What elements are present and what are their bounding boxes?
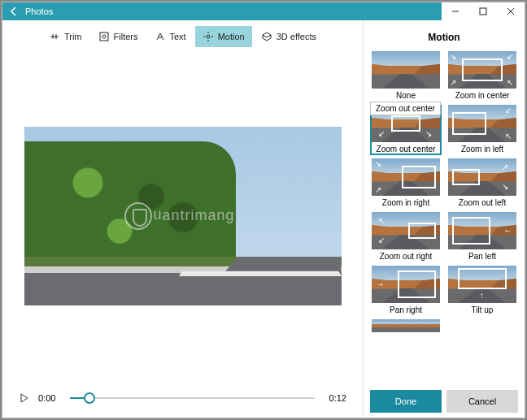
effect-zoom-in-left[interactable]: ↙↖Zoom in left	[446, 105, 518, 155]
effect-label: Zoom out center	[377, 145, 436, 154]
back-button[interactable]	[2, 6, 25, 16]
effect-pan-left[interactable]: ←Pan left	[446, 212, 518, 262]
timeline-slider[interactable]	[70, 397, 314, 399]
effect-tooltip: Zoom out center	[370, 102, 441, 115]
effect-thumb: ↘↗	[372, 158, 440, 196]
preview-area: uantrimang	[2, 53, 363, 379]
minimize-button[interactable]	[442, 2, 469, 20]
edit-toolbar: Trim Filters Text Motion 3D effects	[2, 20, 363, 53]
effect-pan-right[interactable]: →Pan right	[370, 266, 442, 316]
current-time: 0:00	[38, 393, 55, 403]
effect-thumb: ↖↙	[372, 212, 440, 249]
maximize-button[interactable]	[469, 2, 497, 20]
effect-thumb	[372, 51, 440, 89]
trim-icon	[49, 31, 60, 42]
svg-point-3	[102, 35, 106, 38]
effect-label: Zoom in left	[461, 145, 503, 154]
3d-label: 3D effects	[277, 32, 316, 41]
filters-button[interactable]: Filters	[91, 26, 146, 47]
close-button[interactable]	[497, 2, 525, 20]
app-title: Photos	[25, 6, 442, 16]
effect-label: Pan right	[390, 305, 422, 314]
effect-thumb: ↙↖	[448, 105, 516, 142]
motion-button[interactable]: Motion	[195, 26, 252, 47]
3d-icon	[261, 31, 272, 42]
svg-rect-1	[480, 8, 486, 15]
effect-label: Tilt up	[472, 305, 494, 314]
3d-effects-button[interactable]: 3D effects	[254, 26, 324, 47]
svg-point-4	[207, 35, 210, 38]
effect-label: Pan left	[468, 252, 496, 261]
video-preview[interactable]: uantrimang	[24, 127, 342, 305]
duration: 0:12	[329, 393, 346, 403]
effect-label: None	[396, 91, 416, 100]
effect-thumb: ↑	[448, 266, 516, 303]
player-controls: 0:00 0:12	[2, 379, 363, 418]
effect-zoom-out-right[interactable]: ↖↙Zoom out right	[370, 212, 442, 262]
text-button[interactable]: Text	[147, 26, 194, 47]
trim-button[interactable]: Trim	[41, 26, 89, 47]
watermark: uantrimang	[130, 202, 234, 230]
effect-label: Zoom in center	[455, 91, 510, 100]
svg-rect-2	[100, 32, 108, 41]
app-window: Photos Trim Filters Text	[2, 2, 525, 418]
play-button[interactable]	[19, 392, 30, 404]
effects-grid: None↘↙↗↖Zoom in centerZoom out center↖↗↙…	[364, 51, 525, 385]
titlebar: Photos	[2, 2, 525, 20]
panel-title: Motion	[364, 20, 525, 51]
effect-label: Zoom out right	[380, 252, 432, 261]
effect-none[interactable]: None	[370, 51, 442, 102]
text-icon	[155, 31, 166, 42]
effect-thumb	[372, 319, 440, 332]
effect-zoom-in-right[interactable]: ↘↗Zoom in right	[370, 158, 442, 209]
effect-label: Zoom out left	[459, 198, 506, 207]
effect-thumb: ←	[448, 212, 516, 249]
motion-panel: Motion None↘↙↗↖Zoom in centerZoom out ce…	[364, 20, 525, 418]
effect-tilt-up[interactable]: ↑Tilt up	[446, 266, 518, 316]
filters-label: Filters	[114, 32, 138, 41]
effect-thumb: ↘↙↗↖	[448, 51, 516, 89]
cancel-button[interactable]: Cancel	[446, 390, 518, 413]
effect-label: Zoom in right	[382, 198, 429, 207]
effect-zoom-out-left[interactable]: ↗↘Zoom out left	[446, 158, 518, 209]
effect-thumb: ↗↘	[448, 158, 516, 196]
effect-thumb: →	[372, 266, 440, 303]
motion-label: Motion	[218, 32, 245, 41]
trim-label: Trim	[64, 32, 82, 41]
effect-zoom-out-center[interactable]: Zoom out center↖↗↙↘Zoom out center	[370, 105, 442, 155]
effect-more[interactable]	[370, 319, 442, 334]
filters-icon	[98, 31, 110, 42]
text-label: Text	[170, 32, 186, 41]
done-button[interactable]: Done	[370, 390, 442, 413]
effect-zoom-in-center[interactable]: ↘↙↗↖Zoom in center	[446, 51, 518, 102]
motion-icon	[203, 31, 214, 42]
